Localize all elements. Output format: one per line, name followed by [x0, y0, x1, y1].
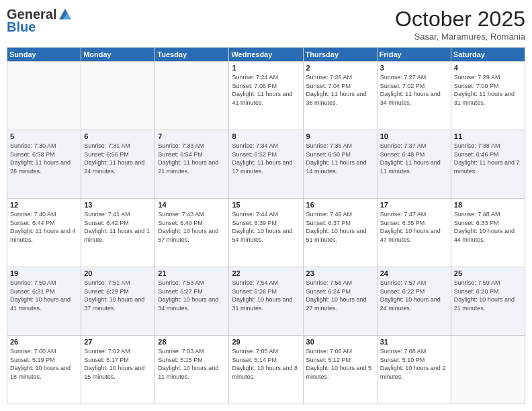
day-info: Sunrise: 7:29 AM Sunset: 7:00 PM Dayligh… [454, 73, 522, 107]
table-row: 31Sunrise: 7:08 AM Sunset: 5:10 PM Dayli… [377, 336, 451, 404]
table-row: 19Sunrise: 7:50 AM Sunset: 6:31 PM Dayli… [7, 267, 81, 336]
table-row [451, 336, 525, 404]
day-info: Sunrise: 7:57 AM Sunset: 6:22 PM Dayligh… [380, 279, 448, 312]
location-subtitle: Sasar, Maramures, Romania [395, 32, 525, 42]
day-number: 22 [232, 269, 300, 277]
day-info: Sunrise: 7:30 AM Sunset: 6:58 PM Dayligh… [10, 142, 78, 175]
day-number: 19 [10, 269, 78, 277]
day-number: 7 [158, 132, 226, 140]
table-row: 9Sunrise: 7:36 AM Sunset: 6:50 PM Daylig… [303, 130, 377, 199]
day-info: Sunrise: 7:51 AM Sunset: 6:29 PM Dayligh… [84, 279, 152, 312]
day-number: 31 [380, 338, 448, 346]
calendar-week-row: 19Sunrise: 7:50 AM Sunset: 6:31 PM Dayli… [7, 267, 525, 336]
day-number: 18 [454, 201, 522, 209]
table-row: 24Sunrise: 7:57 AM Sunset: 6:22 PM Dayli… [377, 267, 451, 336]
col-tuesday: Tuesday [155, 48, 229, 62]
day-number: 20 [84, 269, 152, 277]
table-row: 18Sunrise: 7:48 AM Sunset: 6:33 PM Dayli… [451, 199, 525, 267]
day-number: 1 [232, 64, 300, 72]
day-number: 29 [232, 338, 300, 346]
day-number: 30 [306, 338, 374, 346]
logo-icon [58, 7, 73, 22]
calendar-week-row: 1Sunrise: 7:24 AM Sunset: 7:06 PM Daylig… [7, 62, 525, 130]
day-number: 21 [158, 269, 226, 277]
day-number: 27 [84, 338, 152, 346]
col-wednesday: Wednesday [229, 48, 303, 62]
day-number: 15 [232, 201, 300, 209]
day-info: Sunrise: 7:47 AM Sunset: 6:35 PM Dayligh… [380, 210, 448, 244]
calendar-header-row: Sunday Monday Tuesday Wednesday Thursday… [7, 48, 525, 62]
col-monday: Monday [81, 48, 155, 62]
day-number: 16 [306, 201, 374, 209]
day-number: 13 [84, 201, 152, 209]
day-number: 25 [454, 269, 522, 277]
table-row: 26Sunrise: 7:00 AM Sunset: 5:19 PM Dayli… [7, 336, 81, 404]
day-info: Sunrise: 7:05 AM Sunset: 5:14 PM Dayligh… [232, 347, 300, 381]
day-number: 8 [232, 132, 300, 140]
day-number: 5 [10, 132, 78, 140]
calendar-table: Sunday Monday Tuesday Wednesday Thursday… [7, 47, 525, 404]
table-row: 8Sunrise: 7:34 AM Sunset: 6:52 PM Daylig… [229, 130, 303, 199]
table-row: 11Sunrise: 7:38 AM Sunset: 6:46 PM Dayli… [451, 130, 525, 199]
day-info: Sunrise: 7:02 AM Sunset: 5:17 PM Dayligh… [84, 347, 152, 381]
table-row: 22Sunrise: 7:54 AM Sunset: 6:26 PM Dayli… [229, 267, 303, 336]
day-info: Sunrise: 7:37 AM Sunset: 6:48 PM Dayligh… [380, 142, 448, 175]
calendar-week-row: 26Sunrise: 7:00 AM Sunset: 5:19 PM Dayli… [7, 336, 525, 404]
day-number: 4 [454, 64, 522, 72]
table-row: 21Sunrise: 7:53 AM Sunset: 6:27 PM Dayli… [155, 267, 229, 336]
day-info: Sunrise: 7:59 AM Sunset: 6:20 PM Dayligh… [454, 279, 522, 312]
day-number: 28 [158, 338, 226, 346]
day-info: Sunrise: 7:53 AM Sunset: 6:27 PM Dayligh… [158, 279, 226, 312]
table-row: 14Sunrise: 7:43 AM Sunset: 6:40 PM Dayli… [155, 199, 229, 267]
day-info: Sunrise: 7:31 AM Sunset: 6:56 PM Dayligh… [84, 142, 152, 175]
day-info: Sunrise: 7:48 AM Sunset: 6:33 PM Dayligh… [454, 210, 522, 244]
table-row [7, 62, 81, 130]
day-info: Sunrise: 7:41 AM Sunset: 6:42 PM Dayligh… [84, 210, 152, 244]
col-saturday: Saturday [451, 48, 525, 62]
day-number: 11 [454, 132, 522, 140]
day-number: 14 [158, 201, 226, 209]
logo-blue-text: Blue [7, 19, 36, 35]
table-row: 25Sunrise: 7:59 AM Sunset: 6:20 PM Dayli… [451, 267, 525, 336]
col-sunday: Sunday [7, 48, 81, 62]
col-friday: Friday [377, 48, 451, 62]
day-info: Sunrise: 7:46 AM Sunset: 6:37 PM Dayligh… [306, 210, 374, 244]
table-row: 30Sunrise: 7:06 AM Sunset: 5:12 PM Dayli… [303, 336, 377, 404]
table-row: 17Sunrise: 7:47 AM Sunset: 6:35 PM Dayli… [377, 199, 451, 267]
day-info: Sunrise: 7:33 AM Sunset: 6:54 PM Dayligh… [158, 142, 226, 175]
day-info: Sunrise: 7:03 AM Sunset: 5:15 PM Dayligh… [158, 347, 226, 381]
day-number: 3 [380, 64, 448, 72]
day-info: Sunrise: 7:34 AM Sunset: 6:52 PM Dayligh… [232, 142, 300, 175]
logo: General Blue [7, 7, 73, 35]
day-number: 24 [380, 269, 448, 277]
day-info: Sunrise: 7:38 AM Sunset: 6:46 PM Dayligh… [454, 142, 522, 175]
table-row: 29Sunrise: 7:05 AM Sunset: 5:14 PM Dayli… [229, 336, 303, 404]
day-info: Sunrise: 7:40 AM Sunset: 6:44 PM Dayligh… [10, 210, 78, 244]
table-row: 13Sunrise: 7:41 AM Sunset: 6:42 PM Dayli… [81, 199, 155, 267]
day-number: 17 [380, 201, 448, 209]
day-info: Sunrise: 7:27 AM Sunset: 7:02 PM Dayligh… [380, 73, 448, 107]
table-row [81, 62, 155, 130]
day-number: 10 [380, 132, 448, 140]
col-thursday: Thursday [303, 48, 377, 62]
page-header: General Blue October 2025 Sasar, Maramur… [7, 7, 525, 42]
day-info: Sunrise: 7:50 AM Sunset: 6:31 PM Dayligh… [10, 279, 78, 312]
table-row: 4Sunrise: 7:29 AM Sunset: 7:00 PM Daylig… [451, 62, 525, 130]
table-row: 12Sunrise: 7:40 AM Sunset: 6:44 PM Dayli… [7, 199, 81, 267]
day-info: Sunrise: 7:54 AM Sunset: 6:26 PM Dayligh… [232, 279, 300, 312]
table-row: 16Sunrise: 7:46 AM Sunset: 6:37 PM Dayli… [303, 199, 377, 267]
day-info: Sunrise: 7:56 AM Sunset: 6:24 PM Dayligh… [306, 279, 374, 312]
table-row: 20Sunrise: 7:51 AM Sunset: 6:29 PM Dayli… [81, 267, 155, 336]
day-number: 6 [84, 132, 152, 140]
table-row: 3Sunrise: 7:27 AM Sunset: 7:02 PM Daylig… [377, 62, 451, 130]
table-row: 23Sunrise: 7:56 AM Sunset: 6:24 PM Dayli… [303, 267, 377, 336]
day-info: Sunrise: 7:44 AM Sunset: 6:39 PM Dayligh… [232, 210, 300, 244]
day-number: 9 [306, 132, 374, 140]
table-row: 7Sunrise: 7:33 AM Sunset: 6:54 PM Daylig… [155, 130, 229, 199]
table-row: 28Sunrise: 7:03 AM Sunset: 5:15 PM Dayli… [155, 336, 229, 404]
title-block: October 2025 Sasar, Maramures, Romania [395, 7, 525, 42]
page-container: General Blue October 2025 Sasar, Maramur… [0, 0, 532, 411]
day-number: 2 [306, 64, 374, 72]
table-row [155, 62, 229, 130]
table-row: 6Sunrise: 7:31 AM Sunset: 6:56 PM Daylig… [81, 130, 155, 199]
